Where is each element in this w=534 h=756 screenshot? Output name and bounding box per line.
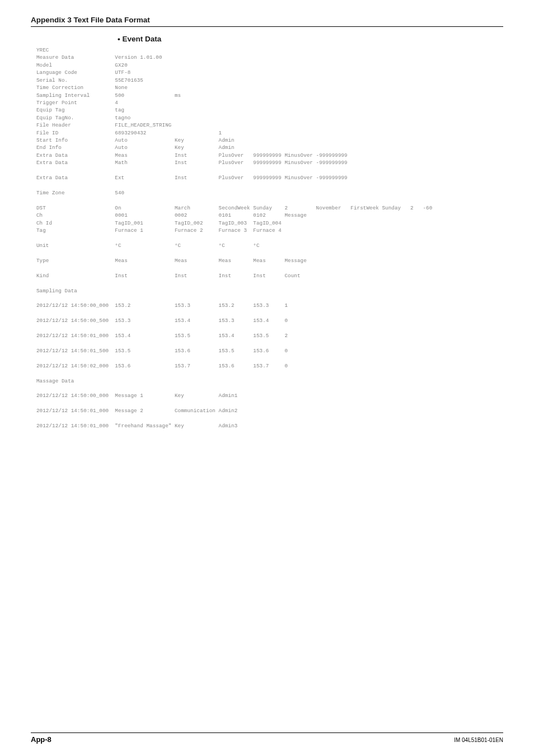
page-footer: App-8 IM 04L51B01-01EN <box>31 732 503 744</box>
bullet-head: Event Data <box>118 35 503 43</box>
text-data-block: YREC Measure Data Version 1.01.00 Model … <box>36 46 503 430</box>
doc-id: IM 04L51B01-01EN <box>454 737 503 743</box>
section-title: Appendix 3 Text File Data Format <box>31 16 503 27</box>
page-number: App-8 <box>31 735 51 744</box>
